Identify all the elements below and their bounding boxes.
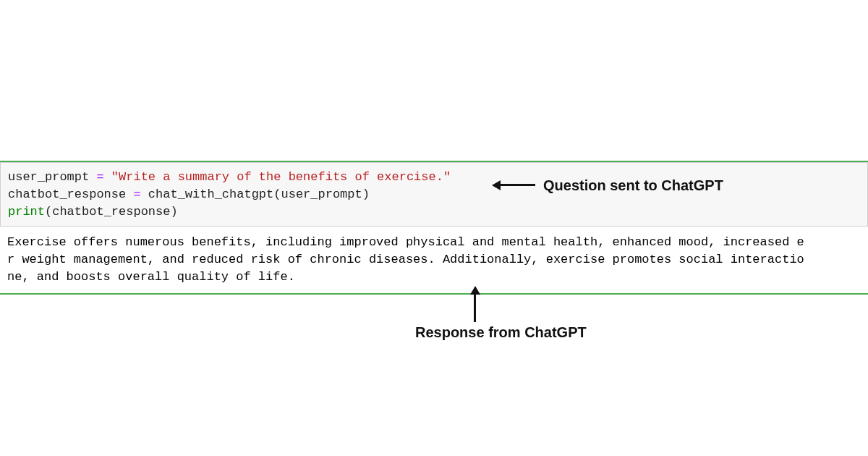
- arrow-up-icon: [474, 286, 475, 322]
- code-token-op: =: [89, 170, 111, 184]
- notebook-cell: user_prompt = "Write a summary of the be…: [0, 161, 868, 295]
- arrow-head: [492, 180, 501, 190]
- output-line: r weight management, and reduced risk of…: [7, 253, 804, 266]
- code-token-func: chat_with_chatgpt(user_prompt): [148, 187, 370, 201]
- code-input[interactable]: user_prompt = "Write a summary of the be…: [0, 162, 868, 227]
- annotation-response: Response from ChatGPT: [415, 324, 587, 341]
- arrow-head: [470, 286, 480, 295]
- code-token-func: (chatbot_response): [45, 205, 178, 219]
- code-token-kw: print: [8, 205, 45, 219]
- output-line: ne, and boosts overall quality of life.: [7, 270, 295, 284]
- code-token-var: user_prompt: [8, 170, 89, 184]
- output-line: Exercise offers numerous benefits, inclu…: [7, 235, 804, 249]
- annotation-question: Question sent to ChatGPT: [543, 177, 723, 194]
- arrow-left-icon: [492, 184, 535, 185]
- code-token-var: chatbot_response: [8, 187, 126, 201]
- code-token-op: =: [126, 187, 148, 201]
- arrow-shaft: [499, 184, 535, 186]
- code-output: Exercise offers numerous benefits, inclu…: [0, 227, 868, 294]
- code-token-str: "Write a summary of the benefits of exer…: [111, 170, 451, 184]
- arrow-shaft: [474, 293, 476, 322]
